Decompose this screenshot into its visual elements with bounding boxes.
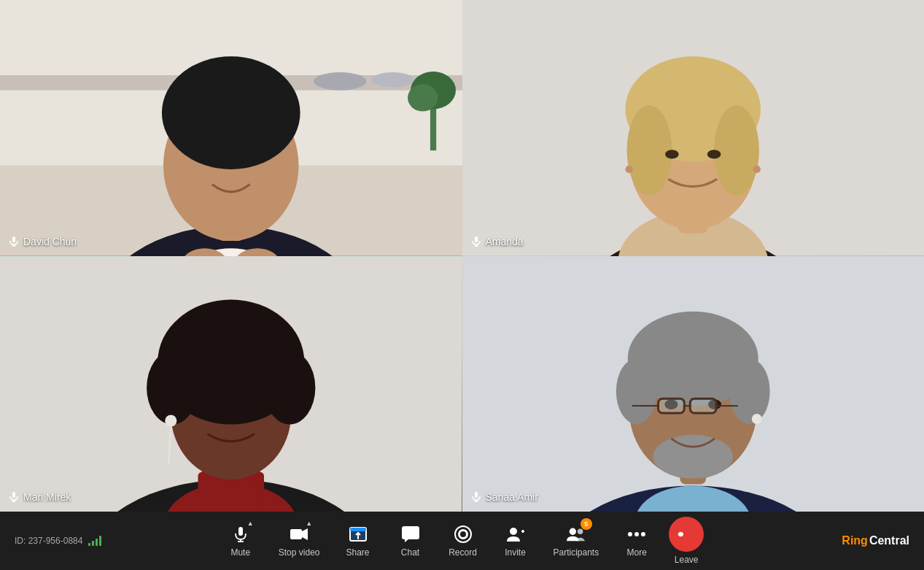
svg-point-49: [205, 405, 217, 414]
svg-rect-34: [475, 236, 478, 242]
participant-name-amanda: Amanda: [471, 236, 524, 247]
leave-label: Leave: [675, 555, 699, 565]
meeting-id: ID: 237-956-0884: [15, 536, 82, 546]
mute-icon: ▲: [230, 524, 251, 544]
leave-button[interactable]: [669, 517, 704, 552]
signal-bars: [88, 536, 101, 546]
svg-point-12: [162, 56, 300, 169]
video-tile-sanaa-amir: Sanaa Amir: [462, 256, 925, 512]
mic-icon-sanaa-amir: [471, 492, 481, 502]
svg-point-30: [665, 150, 679, 158]
svg-point-14: [247, 158, 259, 165]
svg-point-89: [510, 528, 517, 535]
participant-name-david-chun: David Chun: [9, 236, 77, 247]
svg-point-93: [578, 529, 583, 534]
svg-point-72: [751, 414, 761, 424]
invite-button[interactable]: Invite: [492, 520, 539, 562]
more-label: More: [627, 547, 647, 558]
participants-badge: 5: [581, 518, 592, 530]
video-icon: ▲: [289, 524, 309, 544]
share-icon: [348, 524, 368, 544]
video-tile-amanda: Amanda: [462, 0, 925, 256]
svg-point-48: [228, 328, 286, 380]
svg-rect-82: [350, 528, 366, 531]
svg-point-32: [625, 166, 632, 173]
svg-point-13: [203, 158, 214, 165]
chat-label: Chat: [401, 547, 419, 558]
svg-rect-53: [12, 492, 15, 498]
svg-point-4: [372, 72, 414, 88]
svg-point-62: [616, 358, 656, 424]
logo-central-text: Central: [869, 534, 909, 547]
more-button[interactable]: More: [613, 520, 660, 562]
svg-point-92: [570, 528, 576, 535]
participant-name-mari-mirek: Mari Mirek: [9, 491, 71, 503]
svg-rect-84: [402, 526, 419, 539]
svg-rect-68: [690, 398, 716, 413]
svg-point-33: [753, 166, 760, 173]
svg-point-63: [729, 358, 769, 424]
svg-point-88: [460, 531, 466, 537]
video-tile-mari-mirek: Mari Mirek: [0, 256, 462, 512]
ringcentral-logo: RingCentral: [842, 534, 909, 547]
stop-video-label: Stop video: [279, 547, 320, 558]
record-button[interactable]: Record: [440, 520, 486, 562]
svg-rect-17: [12, 236, 15, 242]
signal-bar-3: [96, 539, 98, 546]
record-icon: [453, 524, 473, 544]
more-icon: [626, 524, 647, 544]
share-label: Share: [346, 547, 369, 558]
signal-bar-2: [92, 541, 94, 546]
svg-rect-76: [238, 527, 243, 536]
participants-icon: 5: [566, 524, 586, 544]
stop-video-button[interactable]: ▲ Stop video: [270, 520, 329, 562]
svg-point-31: [707, 150, 721, 158]
mute-label: Mute: [230, 547, 250, 558]
svg-point-28: [626, 105, 672, 196]
chat-icon: [400, 524, 421, 544]
svg-rect-79: [290, 529, 302, 539]
mute-button[interactable]: ▲ Mute: [217, 520, 264, 562]
svg-point-51: [165, 415, 176, 426]
svg-point-47: [176, 328, 234, 380]
toolbar-left: ID: 237-956-0884: [15, 536, 160, 546]
participants-label: Participants: [554, 547, 599, 558]
signal-bar-1: [88, 543, 90, 546]
leave-wrapper: Leave: [666, 517, 707, 565]
video-grid: David Chun: [0, 0, 924, 512]
svg-point-94: [628, 532, 632, 536]
svg-marker-80: [302, 528, 308, 540]
mic-icon-mari-mirek: [9, 492, 19, 502]
invite-label: Invite: [505, 547, 526, 558]
video-tile-david-chun: David Chun: [0, 0, 462, 256]
record-label: Record: [449, 547, 477, 558]
svg-rect-73: [475, 492, 478, 498]
svg-point-64: [653, 434, 732, 478]
signal-bar-4: [99, 536, 101, 546]
svg-point-7: [408, 84, 438, 111]
participants-button[interactable]: 5 Participants: [545, 520, 608, 562]
svg-point-95: [634, 532, 639, 536]
svg-rect-67: [658, 398, 684, 413]
participant-name-sanaa-amir: Sanaa Amir: [471, 491, 538, 503]
toolbar-right: RingCentral: [764, 534, 909, 547]
svg-marker-85: [405, 539, 408, 542]
toolbar-center: ▲ Mute ▲ Stop video: [160, 517, 764, 565]
logo-ring-text: Ring: [842, 534, 868, 547]
toolbar: ID: 237-956-0884 ▲ Mute: [0, 512, 924, 570]
svg-point-96: [641, 532, 645, 536]
mic-icon-amanda: [471, 236, 481, 247]
mic-icon-david-chun: [9, 236, 19, 247]
chat-button[interactable]: Chat: [387, 520, 434, 562]
svg-point-29: [714, 105, 759, 196]
svg-point-50: [246, 405, 257, 414]
share-button[interactable]: Share: [335, 520, 381, 562]
svg-point-3: [314, 72, 366, 90]
invite-icon: [505, 524, 526, 544]
